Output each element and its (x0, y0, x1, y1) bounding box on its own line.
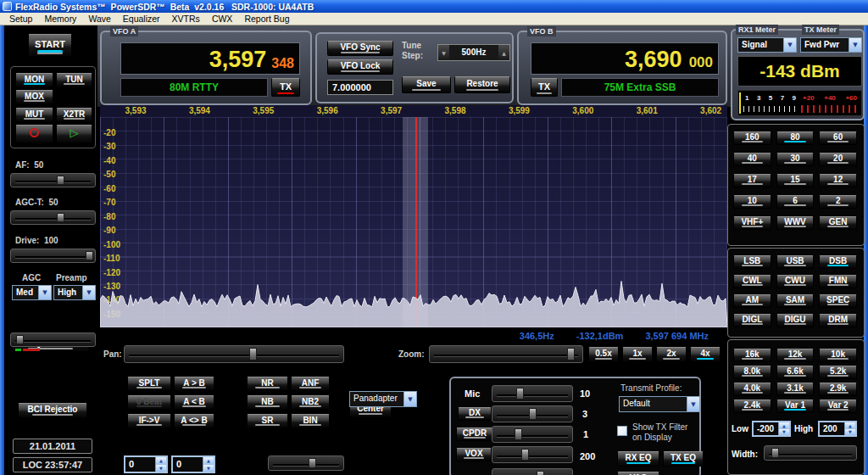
record-button[interactable] (15, 125, 53, 143)
xit-spinner[interactable]: 0 ▲▼ (124, 455, 168, 473)
rx1-meter-select[interactable]: Signal ▼ (737, 37, 797, 53)
vfo-a-frequency-display[interactable]: 3,597 348 (120, 42, 300, 75)
filter-6.6k[interactable]: 6.6k (776, 366, 815, 379)
menu-setup[interactable]: Setup (3, 13, 38, 25)
transmit-profile-select[interactable]: Default ▼ (619, 396, 700, 412)
dsp-nb[interactable]: NB (247, 395, 288, 410)
band-wwv[interactable]: WWV (776, 216, 815, 230)
mode-sam[interactable]: SAM (776, 294, 815, 308)
tune-step-down-button[interactable]: ▼ (438, 45, 449, 60)
display-mode-select-arrow-icon[interactable]: ▼ (403, 392, 416, 406)
rit-spinner[interactable]: 0 ▲▼ (171, 455, 215, 473)
dx-slider[interactable] (492, 405, 573, 422)
band-10[interactable]: 10 (733, 195, 771, 209)
agc-select-arrow-icon[interactable]: ▼ (38, 286, 51, 299)
drive-slider[interactable] (10, 249, 96, 263)
mode-digu[interactable]: DIGU (776, 314, 815, 327)
vfo-op-0-beat[interactable]: 0 Beat (127, 395, 171, 410)
mode-lsb[interactable]: LSB (733, 255, 771, 269)
band-40[interactable]: 40 (733, 153, 771, 166)
extra-tx-slider-handle[interactable] (537, 471, 544, 475)
vfo-a-tx-button[interactable]: TX (271, 78, 300, 97)
show-tx-filter-checkbox[interactable] (617, 426, 627, 436)
filter-10k[interactable]: 10k (819, 349, 857, 362)
restore-button[interactable]: Restore (454, 76, 510, 93)
band-15[interactable]: 15 (776, 174, 815, 187)
vfo-op-a-b[interactable]: A > B (174, 377, 214, 391)
dx-slider-handle[interactable] (529, 408, 537, 420)
agct-slider-handle[interactable] (57, 213, 64, 222)
cpdr-button[interactable]: CPDR (456, 428, 493, 441)
squelch-slider[interactable] (10, 332, 96, 347)
mic-slider[interactable] (492, 385, 573, 402)
mode-spec[interactable]: SPEC (819, 294, 857, 308)
rit-up-icon[interactable]: ▲ (203, 457, 214, 465)
cpdr-slider[interactable] (492, 426, 573, 443)
mode-am[interactable]: AM (733, 294, 771, 308)
vfo-sync-button[interactable]: VFO Sync (327, 41, 393, 56)
mode-drm[interactable]: DRM (819, 314, 857, 327)
vfo-op-a-b[interactable]: A < B (174, 395, 214, 410)
band-30[interactable]: 30 (776, 153, 815, 166)
menu-report-bug[interactable]: Report Bug (238, 13, 295, 25)
filter-high-spinner[interactable]: 200 ▲▼ (818, 421, 857, 437)
band-6[interactable]: 6 (776, 195, 815, 209)
filter-width-slider-handle[interactable] (771, 448, 779, 458)
filter-12k[interactable]: 12k (776, 349, 815, 362)
mode-usb[interactable]: USB (776, 255, 815, 269)
dsp-anf[interactable]: ANF (291, 377, 330, 391)
mode-fmn[interactable]: FMN (819, 275, 857, 288)
menu-memory[interactable]: Memory (38, 13, 82, 25)
tune-step-selector[interactable]: ▼ 500Hz ▲ (437, 44, 510, 61)
pan-slider-handle[interactable] (249, 348, 257, 360)
menu-cwx[interactable]: CWX (206, 13, 239, 25)
tx-meter-select[interactable]: Fwd Pwr ▼ (800, 37, 862, 53)
af-slider[interactable] (10, 173, 96, 187)
filter-low-spinner[interactable]: -200 ▲▼ (752, 421, 791, 437)
dsp-nr[interactable]: NR (247, 377, 288, 391)
zoom-preset-0.5x[interactable]: 0.5x (588, 347, 619, 362)
filter-2.4k[interactable]: 2.4k (733, 400, 771, 413)
filter-16k[interactable]: 16k (733, 349, 771, 362)
filter-4.0k[interactable]: 4.0k (733, 383, 771, 396)
agct-slider[interactable] (10, 210, 96, 225)
mic-slider-handle[interactable] (516, 388, 524, 400)
mode-cwu[interactable]: CWU (776, 275, 815, 288)
mut-button[interactable]: MUT (15, 108, 53, 122)
filter-high-up-icon[interactable]: ▲ (845, 422, 855, 429)
tx-meter-select-arrow-icon[interactable]: ▼ (849, 38, 861, 52)
band-gen[interactable]: GEN (819, 216, 857, 230)
multirx-pan-slider-handle[interactable] (309, 458, 316, 468)
zoom-slider[interactable] (429, 345, 583, 363)
dsp-sr[interactable]: SR (247, 414, 288, 428)
mox-button[interactable]: MOX (15, 90, 53, 104)
preamp-select-arrow-icon[interactable]: ▼ (82, 286, 95, 299)
filter-low-down-icon[interactable]: ▼ (779, 429, 789, 436)
vox-slider-handle[interactable] (521, 449, 529, 461)
preamp-select[interactable]: High ▼ (53, 285, 96, 300)
filter-5.2k[interactable]: 5.2k (819, 366, 857, 379)
af-slider-handle[interactable] (57, 176, 64, 185)
bci-rejection-button[interactable]: BCI Rejectio (18, 403, 87, 418)
vfo-op-if-v[interactable]: IF->V (127, 414, 171, 428)
transmit-profile-select-arrow-icon[interactable]: ▼ (687, 397, 699, 411)
dsp-nb2[interactable]: NB2 (291, 395, 330, 410)
xit-up-icon[interactable]: ▲ (156, 457, 166, 465)
mode-cwl[interactable]: CWL (733, 275, 771, 288)
xit-down-icon[interactable]: ▼ (156, 465, 166, 472)
rit-down-icon[interactable]: ▼ (203, 465, 214, 472)
band-vhf+[interactable]: VHF+ (733, 216, 771, 230)
filter-8.0k[interactable]: 8.0k (733, 366, 771, 379)
cpdr-slider-handle[interactable] (515, 428, 522, 440)
display-mode-select[interactable]: Panadapter ▼ (349, 391, 417, 407)
mode-dsb[interactable]: DSB (819, 255, 857, 269)
filter-var-1[interactable]: Var 1 (776, 400, 815, 413)
zoom-preset-2x[interactable]: 2x (656, 347, 687, 362)
filter-3.1k[interactable]: 3.1k (776, 383, 815, 396)
save-button[interactable]: Save (402, 76, 451, 93)
vox-button[interactable]: VOX (456, 448, 492, 461)
vfo-op-splt[interactable]: SPLT (127, 377, 171, 391)
menu-wave[interactable]: Wave (82, 13, 116, 25)
tx-eq-button[interactable]: TX EQ (663, 451, 704, 467)
extra-tx-slider[interactable] (492, 468, 573, 475)
